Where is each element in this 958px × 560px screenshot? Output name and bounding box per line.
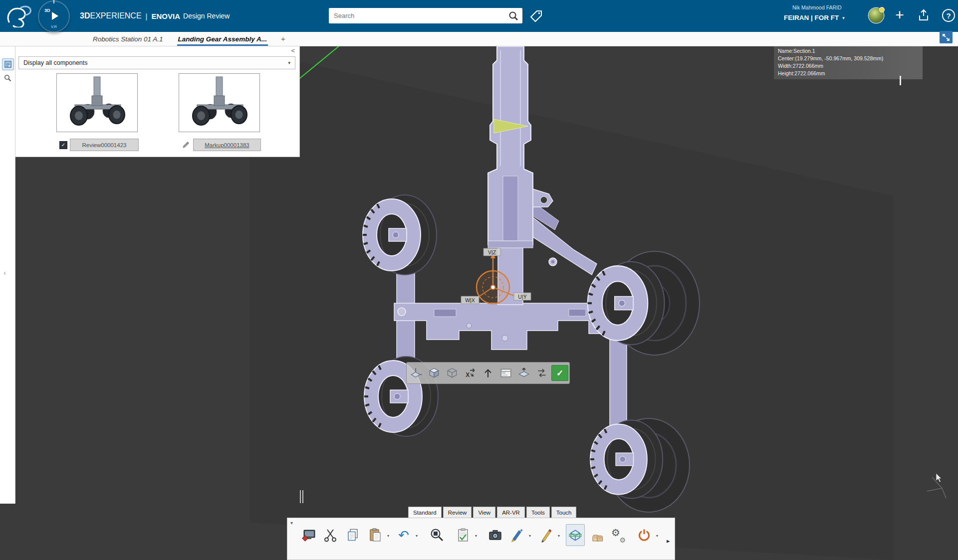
action-bar-ribbon: ▾ ▸ ▾↶▾▾▾▾⚙⚙▾ [287, 518, 675, 560]
section-corner-button[interactable] [408, 365, 425, 381]
tool-zoom[interactable] [427, 524, 446, 546]
display-filter-dropdown[interactable]: Display all components ▾ [18, 56, 295, 69]
ribbon-collapse-icon[interactable]: ▾ [290, 520, 293, 526]
document-tab-bar: Robotics Station 01 A.1Landing Gear Asse… [0, 32, 958, 46]
tool-approvals[interactable]: ▾ [454, 524, 473, 546]
add-tab-button[interactable]: + [281, 34, 285, 46]
tool-settings-gears[interactable]: ⚙⚙ [609, 524, 628, 546]
collapse-sidebar-icon[interactable]: ‹ [3, 268, 6, 277]
search-box [329, 8, 522, 23]
svg-text:?: ? [946, 11, 951, 20]
chevron-down-icon[interactable]: ▾ [475, 534, 477, 538]
section-panel-button[interactable] [497, 365, 514, 381]
tool-camera[interactable] [485, 524, 504, 546]
check-icon: ✓ [556, 368, 563, 378]
left-sidebar: ‹ [0, 46, 15, 504]
tool-pen[interactable]: ▾ [536, 524, 555, 546]
section-name: Name:Section.1 [778, 47, 919, 55]
display-filter-value: Display all components [23, 59, 88, 66]
section-width: Width:2722.066mm [778, 62, 919, 70]
search-icon[interactable] [504, 11, 522, 21]
chevron-down-icon[interactable]: ▾ [656, 534, 658, 538]
app-title: 3DEXPERIENCE | ENOVIA Design Review [80, 0, 230, 32]
review-checkbox[interactable]: ✓ [59, 141, 67, 149]
markup-pencil-icon[interactable] [182, 141, 190, 149]
brand-divider: | [146, 12, 148, 20]
tool-undo[interactable]: ↶▾ [394, 524, 413, 546]
chevron-down-icon[interactable]: ▾ [558, 534, 560, 538]
search-input[interactable] [329, 12, 504, 19]
ribbon-tab-touch[interactable]: Touch [551, 507, 577, 518]
fullscreen-icon[interactable] [940, 31, 953, 43]
mouse-cursor [936, 473, 942, 482]
components-panel-icon[interactable] [2, 58, 14, 70]
brand-enovia: ENOVIA [152, 12, 181, 20]
tool-paste[interactable]: ▾ [366, 524, 385, 546]
markup-label[interactable]: Markup00001383 [193, 139, 261, 151]
section-center: Center:(19.279mm, -50.967mm, 309.528mm) [778, 55, 919, 62]
design-review-app: V|Z W|X U|Y 3D V,R [0, 0, 958, 560]
chevron-down-icon[interactable]: ▾ [416, 534, 418, 538]
tag-icon[interactable] [528, 7, 544, 23]
user-name: Nik Mahmood FARID [792, 4, 842, 10]
section-cube-wire-button[interactable] [444, 365, 461, 381]
ribbon-tab-review[interactable]: Review [443, 507, 472, 518]
review-panel: < Display all components ▾ ✓ Review00001… [15, 46, 300, 157]
add-content-button[interactable]: + [891, 5, 908, 25]
tool-cut[interactable] [321, 524, 340, 546]
compass-3d-label: 3D [44, 8, 50, 13]
compass-vr-label: V,R [39, 24, 69, 29]
3d-compass[interactable]: 3D V,R [39, 1, 69, 31]
svg-text:W|X: W|X [465, 297, 475, 303]
brand-app-name: Design Review [183, 12, 230, 20]
tenant-label: FEIRAN | FOR FT [784, 14, 839, 21]
section-height: Height:2722.066mm [778, 70, 919, 77]
section-cube-button[interactable] [426, 365, 443, 381]
review-thumbnail[interactable] [56, 73, 138, 132]
tool-power[interactable]: ▾ [635, 524, 654, 546]
section-depth-slider-handle[interactable] [900, 76, 901, 85]
tool-marker[interactable]: ▾ [507, 524, 526, 546]
tool-clipping[interactable] [566, 524, 585, 546]
help-icon[interactable]: ? [940, 7, 958, 24]
section-axis-button[interactable]: X [462, 365, 479, 381]
svg-text:U|Y: U|Y [518, 294, 526, 300]
doc-tab-robotics-station[interactable]: Robotics Station 01 A.1 [92, 33, 164, 46]
section-plane-move-button[interactable] [515, 365, 532, 381]
chevron-down-icon: ▾ [842, 15, 845, 20]
action-bar-tabs: StandardReviewViewAR-VRToolsTouch [408, 507, 576, 518]
panel-collapse-icon[interactable]: < [291, 47, 295, 54]
top-bar: 3D V,R 3DEXPERIENCE | ENOVIA Design Revi… [0, 0, 958, 32]
svg-text:V|Z: V|Z [488, 249, 496, 255]
ribbon-tab-ar-vr[interactable]: AR-VR [497, 507, 525, 518]
tenant-selector[interactable]: FEIRAN | FOR FT ▾ [784, 14, 845, 21]
landing-gear-thumbnail-image [179, 74, 259, 132]
review-label[interactable]: Review00001423 [70, 139, 139, 151]
svg-text:X: X [466, 372, 470, 378]
doc-tab-landing-gear[interactable]: Landing Gear Assembly A... [177, 33, 268, 46]
markup-thumbnail[interactable] [179, 73, 260, 132]
ribbon-tab-view[interactable]: View [473, 507, 495, 518]
robot-axis-label-wx[interactable]: W|X [461, 296, 479, 304]
search-annotations-icon[interactable] [3, 73, 12, 82]
avatar[interactable] [869, 8, 884, 23]
ribbon-tab-standard[interactable]: Standard [408, 507, 442, 518]
section-flip-button[interactable] [533, 365, 550, 381]
robot-axis-label-vz[interactable]: V|Z [483, 248, 500, 256]
chevron-down-icon[interactable]: ▾ [387, 534, 389, 538]
section-ok-button[interactable]: ✓ [551, 365, 568, 381]
chevron-down-icon[interactable]: ▾ [529, 534, 531, 538]
robot-axis-label-uy[interactable]: U|Y [514, 293, 531, 300]
compass-play-icon [52, 12, 58, 20]
chevron-down-icon: ▾ [288, 60, 290, 65]
3ds-logo-icon[interactable] [6, 4, 32, 27]
brand-3d: 3D [80, 11, 90, 20]
ribbon-more-icon[interactable]: ▸ [667, 537, 670, 545]
tool-screen-paste[interactable] [299, 524, 318, 546]
share-icon[interactable] [916, 8, 931, 23]
ribbon-tab-tools[interactable]: Tools [526, 507, 550, 518]
tool-manipulate[interactable] [588, 524, 607, 546]
tool-copy[interactable] [344, 524, 363, 546]
section-arrow-up-button[interactable] [479, 365, 496, 381]
landing-gear-thumbnail-image [57, 74, 137, 132]
